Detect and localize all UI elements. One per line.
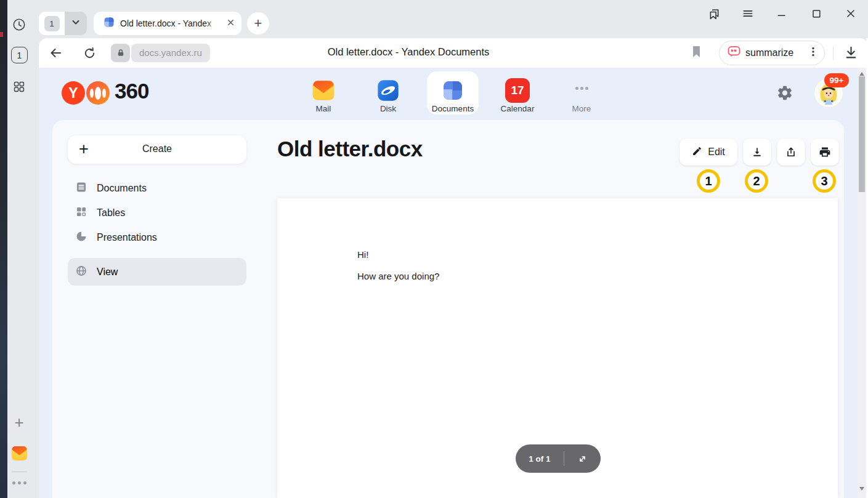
service-calendar[interactable]: 17 Calendar xyxy=(492,71,543,115)
page-count-label: 1 of 1 xyxy=(516,454,564,464)
scrollbar-thumb[interactable] xyxy=(859,76,865,192)
scroll-down-arrow[interactable] xyxy=(859,487,864,491)
download-button[interactable] xyxy=(743,139,771,166)
scroll-up-arrow[interactable] xyxy=(859,72,864,76)
sidebar-item-label: Documents xyxy=(97,183,147,194)
annotation-step-2: 2 xyxy=(745,169,768,193)
lock-icon[interactable] xyxy=(111,44,130,62)
service-mail[interactable]: Mail xyxy=(298,71,349,115)
sidebar-item-tables[interactable]: Tables xyxy=(68,201,246,225)
create-button[interactable]: + Create xyxy=(68,135,246,164)
yandex-logo-icon[interactable]: Y xyxy=(62,81,85,105)
toolbar-divider xyxy=(833,47,834,60)
pencil-icon xyxy=(692,146,702,159)
mail-icon xyxy=(311,78,336,103)
sidebar-item-presentations[interactable]: Presentations xyxy=(68,225,246,250)
desktop-wallpaper-accent xyxy=(0,32,3,37)
address-bar[interactable]: docs.yandex.ru xyxy=(111,44,210,62)
maximize-button[interactable] xyxy=(809,6,824,21)
sidebar-item-label: Presentations xyxy=(97,232,157,243)
yandex-360-logo-icon[interactable] xyxy=(86,81,110,105)
side-panel-icon[interactable] xyxy=(707,6,721,21)
calendar-icon: 17 xyxy=(505,78,530,103)
fullscreen-expand-icon[interactable] xyxy=(564,453,601,465)
url-text[interactable]: docs.yandex.ru xyxy=(131,44,210,62)
settings-gear-icon[interactable] xyxy=(776,84,793,104)
edit-button[interactable]: Edit xyxy=(679,139,737,166)
chevron-down-icon xyxy=(71,17,81,30)
edit-label: Edit xyxy=(708,147,725,158)
page-title: Old letter.docx - Yandex Documents xyxy=(328,46,490,58)
rail-divider xyxy=(12,472,27,472)
share-button[interactable] xyxy=(777,139,805,166)
document-title: Old letter.docx xyxy=(277,137,423,161)
service-label: Documents xyxy=(427,104,479,113)
documents-list-icon xyxy=(75,181,87,196)
close-window-button[interactable] xyxy=(843,6,858,21)
more-icon xyxy=(556,87,607,90)
minimize-button[interactable] xyxy=(774,6,789,21)
globe-icon xyxy=(75,265,87,279)
sidebar-item-documents[interactable]: Documents xyxy=(68,176,246,201)
bookmark-icon[interactable] xyxy=(691,46,702,60)
annotation-step-1: 1 xyxy=(697,169,720,193)
yandex-mail-app-icon[interactable] xyxy=(10,444,28,465)
tab-group-selector[interactable]: 1 xyxy=(39,12,87,35)
document-text-line: Hi! xyxy=(357,249,368,260)
service-more[interactable]: More xyxy=(556,71,607,115)
summarize-button[interactable]: summarize xyxy=(719,41,825,65)
logo-360-text: 360 xyxy=(115,79,148,103)
downloads-icon[interactable] xyxy=(843,44,859,63)
annotation-step-3: 3 xyxy=(813,169,836,193)
notification-badge: 99+ xyxy=(824,73,849,87)
create-label: Create xyxy=(68,143,246,155)
documents-file-icon xyxy=(103,16,115,31)
service-label: More xyxy=(556,104,607,113)
summarize-label: summarize xyxy=(745,47,793,58)
service-label: Mail xyxy=(298,104,349,113)
tab-close-icon[interactable] xyxy=(226,18,235,30)
sidebar-item-label: Tables xyxy=(97,207,125,219)
tab-group-count[interactable]: 1 xyxy=(39,12,65,35)
tables-icon xyxy=(75,206,87,220)
sidebar-add-icon[interactable]: + xyxy=(11,414,27,431)
service-label: Disk xyxy=(362,104,414,113)
service-label: Calendar xyxy=(492,104,543,113)
back-button[interactable] xyxy=(48,46,63,63)
history-clock-icon[interactable] xyxy=(12,18,26,34)
sidebar-item-view[interactable]: View xyxy=(68,258,246,286)
tab-title: Old letter.docx - Yandex xyxy=(120,18,221,28)
sidebar-item-label: View xyxy=(97,267,118,278)
tab-group-dropdown[interactable] xyxy=(65,12,87,35)
tableau-grid-icon[interactable] xyxy=(12,80,25,95)
service-disk[interactable]: Disk xyxy=(362,71,414,115)
page-indicator[interactable]: 1 of 1 xyxy=(516,444,601,473)
new-tab-button[interactable]: + xyxy=(247,12,269,34)
browser-tab[interactable]: Old letter.docx - Yandex xyxy=(94,12,241,35)
tab-group-badge: 1 xyxy=(44,16,60,31)
refresh-icon[interactable] xyxy=(83,46,97,63)
print-button[interactable] xyxy=(811,139,839,166)
summarize-quote-icon xyxy=(727,45,741,61)
desktop-edge xyxy=(0,0,7,498)
document-text-line: How are you doing? xyxy=(357,271,439,281)
presentations-pie-icon xyxy=(75,230,87,245)
service-documents[interactable]: Documents xyxy=(427,71,479,115)
summarize-kebab-icon[interactable] xyxy=(808,46,818,60)
rail-more-icon[interactable] xyxy=(12,481,27,486)
documents-icon xyxy=(440,78,465,103)
browser-window: 1 + 1 Old l xyxy=(0,0,868,498)
disk-icon xyxy=(376,78,400,103)
workspace-button[interactable]: 1 xyxy=(11,47,28,63)
browser-menu-icon[interactable] xyxy=(740,6,755,21)
